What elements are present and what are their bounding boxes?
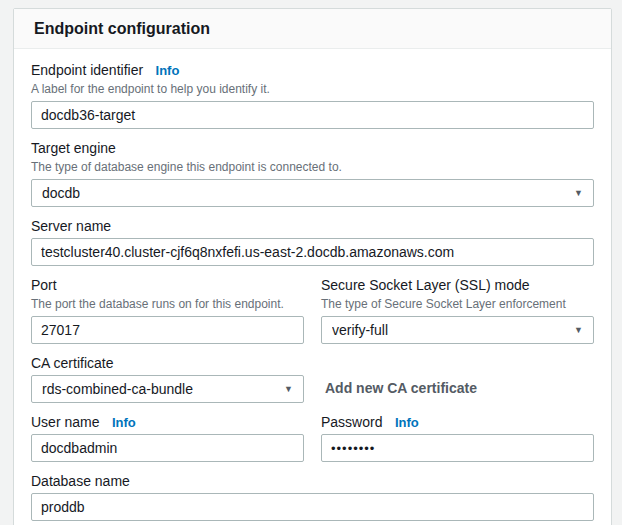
password-input[interactable] [321,434,594,462]
field-server-name: Server name [31,217,594,266]
field-ca-certificate: CA certificate rds-combined-ca-bundle ▼ [31,354,304,403]
password-label-row: Password Info [321,413,594,431]
target-engine-description: The type of database engine this endpoin… [31,160,594,174]
field-database-name: Database name [31,472,594,521]
port-label-row: Port [31,276,304,294]
ssl-mode-select-value: verify-full [332,322,388,338]
row-port-ssl: Port The port the database runs on for t… [31,276,594,354]
ca-certificate-select-value: rds-combined-ca-bundle [42,381,193,397]
database-name-input[interactable] [31,493,594,521]
ssl-mode-label-row: Secure Socket Layer (SSL) mode [321,276,594,294]
dropdown-arrow-icon: ▼ [574,188,583,198]
field-password: Password Info [321,413,594,462]
panel-body: Endpoint identifier Info A label for the… [14,49,611,525]
panel-title: Endpoint configuration [34,19,591,39]
server-name-label-row: Server name [31,217,594,235]
ca-certificate-label: CA certificate [31,355,113,371]
password-label: Password [321,414,382,430]
ca-certificate-select[interactable]: rds-combined-ca-bundle ▼ [31,375,304,403]
user-name-input[interactable] [31,434,304,462]
target-engine-label-row: Target engine [31,139,594,157]
row-ca-certificate: CA certificate rds-combined-ca-bundle ▼ … [31,354,594,413]
target-engine-select[interactable]: docdb ▼ [31,179,594,207]
port-input[interactable] [31,316,304,344]
dropdown-arrow-icon: ▼ [574,325,583,335]
user-name-label: User name [31,414,99,430]
server-name-input[interactable] [31,238,594,266]
target-engine-select-value: docdb [42,185,80,201]
panel-header: Endpoint configuration [14,9,611,49]
endpoint-identifier-label: Endpoint identifier [31,62,143,78]
endpoint-identifier-input[interactable] [31,101,594,129]
dropdown-arrow-icon: ▼ [284,384,293,394]
field-port: Port The port the database runs on for t… [31,276,304,344]
field-target-engine: Target engine The type of database engin… [31,139,594,207]
endpoint-identifier-info-link[interactable]: Info [156,63,180,78]
field-endpoint-identifier: Endpoint identifier Info A label for the… [31,61,594,129]
field-user-name: User name Info [31,413,304,462]
port-description: The port the database runs on for this e… [31,297,304,311]
port-label: Port [31,277,57,293]
endpoint-identifier-description: A label for the endpoint to help you ide… [31,82,594,96]
target-engine-label: Target engine [31,140,116,156]
database-name-label-row: Database name [31,472,594,490]
server-name-label: Server name [31,218,111,234]
endpoint-configuration-panel: Endpoint configuration Endpoint identifi… [13,8,612,525]
ssl-mode-description: The type of Secure Socket Layer enforcem… [321,297,594,311]
ca-certificate-action-col: Add new CA certificate [321,354,594,413]
password-info-link[interactable]: Info [395,415,419,430]
row-credentials: User name Info Password Info [31,413,594,472]
user-name-info-link[interactable]: Info [112,415,136,430]
endpoint-identifier-label-row: Endpoint identifier Info [31,61,594,79]
database-name-label: Database name [31,473,130,489]
ssl-mode-label: Secure Socket Layer (SSL) mode [321,277,530,293]
add-new-ca-certificate-button[interactable]: Add new CA certificate [325,380,477,397]
field-ssl-mode: Secure Socket Layer (SSL) mode The type … [321,276,594,344]
user-name-label-row: User name Info [31,413,304,431]
ssl-mode-select[interactable]: verify-full ▼ [321,316,594,344]
ca-certificate-label-row: CA certificate [31,354,304,372]
